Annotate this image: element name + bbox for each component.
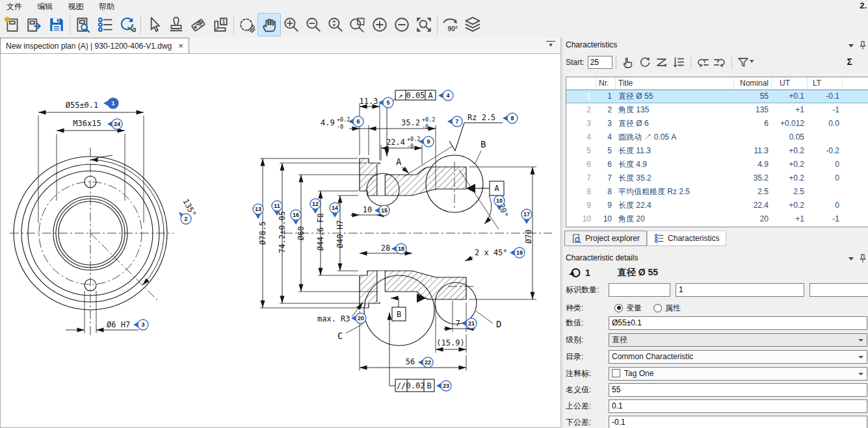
balloon-23[interactable]: 23 xyxy=(436,381,451,391)
balloon-21[interactable]: 21 xyxy=(462,318,477,329)
stamp-button[interactable] xyxy=(165,14,187,36)
table-row[interactable]: 1010角度 2020+1-1 xyxy=(566,212,868,226)
table-row[interactable]: 22角度 135135+1-1 xyxy=(566,103,868,117)
balloon-numbering-icon: 1 A xyxy=(212,16,229,33)
sort-button[interactable] xyxy=(670,55,687,70)
balloon-7[interactable]: 7 xyxy=(447,116,462,127)
svg-text:23: 23 xyxy=(443,383,449,389)
catalog-combo[interactable]: Common Characteristic xyxy=(609,350,867,364)
balloon-4[interactable]: 4 xyxy=(438,90,453,101)
col-ut[interactable]: UT xyxy=(772,77,808,90)
table-row[interactable]: 99长度 22.422.4+0.20 xyxy=(566,199,868,212)
table-row[interactable]: 44圆跳动 ↗ 0.05 A0.05 xyxy=(566,131,868,144)
table-row[interactable]: 66长度 4.94.9+0.20 xyxy=(566,158,868,171)
new-plan-button[interactable] xyxy=(1,14,23,36)
dim-dia55: Ø55±0.1 xyxy=(66,101,99,110)
pan-hand-button[interactable] xyxy=(258,14,280,36)
panel-menu-icon[interactable] xyxy=(848,44,854,47)
pin-icon[interactable] xyxy=(859,41,867,50)
radio-attribute[interactable] xyxy=(653,304,662,312)
balloon-8[interactable]: 8 xyxy=(503,113,518,123)
select-cursor-button[interactable] xyxy=(143,14,165,36)
drawing-canvas[interactable]: Ø55±0.1 M36x15 135° Ø6 H7 xyxy=(0,53,560,428)
tab-list-dropdown[interactable]: ▼ xyxy=(546,41,555,49)
front-view: Ø55±0.1 M36x15 135° Ø6 H7 xyxy=(10,101,198,336)
tag-button[interactable] xyxy=(187,14,209,36)
balloon-numbering-button[interactable]: 1 A xyxy=(209,14,231,36)
zoom-selected-button[interactable] xyxy=(324,14,347,36)
balloon-15[interactable]: 15 xyxy=(375,205,389,216)
balloon-9[interactable]: 9 xyxy=(419,136,434,147)
dim-10: 10 xyxy=(363,205,372,214)
filter-button[interactable] xyxy=(735,55,760,70)
col-lt[interactable]: LT xyxy=(808,77,843,90)
level-combo[interactable]: 直径 xyxy=(609,333,867,347)
table-row[interactable]: 11直径 Ø 5555+0.1-0.1 xyxy=(566,90,868,103)
table-row[interactable]: 88平均值粗糙度 Rz 2.52.52.5 xyxy=(566,185,868,199)
settings-sync-button[interactable] xyxy=(116,14,138,36)
decrease-button[interactable] xyxy=(391,14,413,36)
start-input[interactable] xyxy=(588,56,612,69)
balloon-5[interactable]: 5 xyxy=(378,97,393,108)
nominal-input[interactable] xyxy=(609,383,867,397)
table-row[interactable]: 33直径 Ø 66+0.0120.0 xyxy=(566,117,868,131)
col-nr[interactable]: Nr. xyxy=(596,77,616,90)
pick-characteristic-button[interactable] xyxy=(620,55,637,70)
balloon-22[interactable]: 22 xyxy=(418,357,433,368)
col-title[interactable]: Title xyxy=(616,77,734,90)
balloon-6[interactable]: 6 xyxy=(349,116,363,127)
balloon-13[interactable]: 13 xyxy=(253,204,263,219)
project-explorer-button[interactable] xyxy=(72,14,94,36)
tab-project-explorer[interactable]: Project explorer xyxy=(564,231,647,246)
value-input[interactable] xyxy=(609,316,867,330)
characteristics-table[interactable]: Nr. Title Nominal UT LT 11直径 Ø 5555+0.1-… xyxy=(566,77,868,227)
next-connection-button[interactable] xyxy=(711,55,728,70)
characteristics-list-button[interactable] xyxy=(94,14,116,36)
col-nominal[interactable]: Nominal xyxy=(734,77,772,90)
balloon-17[interactable]: 17 xyxy=(521,209,532,224)
table-row[interactable]: 77长度 35.235.2+0.20 xyxy=(566,171,868,185)
svg-text:8: 8 xyxy=(510,115,514,121)
tag-combo[interactable]: Tag One xyxy=(609,367,867,381)
layers-button[interactable] xyxy=(462,14,484,36)
zoom-window-button[interactable] xyxy=(347,14,369,36)
radio-variable[interactable] xyxy=(614,304,623,312)
id-qty-input-2[interactable] xyxy=(676,283,804,297)
renumber-button[interactable] xyxy=(637,55,653,70)
zoom-fit-button[interactable] xyxy=(413,14,435,36)
reorder-button[interactable] xyxy=(653,55,670,70)
tab-close-icon[interactable]: × xyxy=(178,41,183,51)
balloon-3[interactable]: 3 xyxy=(133,320,148,330)
id-qty-input-1[interactable] xyxy=(609,283,670,297)
rotate-90-button[interactable]: 90° xyxy=(440,14,462,36)
svg-text:B: B xyxy=(427,381,431,390)
previous-connection-button[interactable] xyxy=(694,55,711,70)
save-button[interactable] xyxy=(46,14,68,36)
datum-a: A xyxy=(466,181,504,195)
tab-characteristics[interactable]: Characteristics xyxy=(647,231,726,246)
balloon-14[interactable]: 14 xyxy=(330,203,340,218)
open-plan-button[interactable] xyxy=(23,14,46,36)
detail-title-row: 1 直径 Ø 55 xyxy=(568,266,658,279)
id-qty-input-3[interactable] xyxy=(809,283,868,297)
zoom-out-button[interactable] xyxy=(302,14,324,36)
detail-title: 直径 Ø 55 xyxy=(618,267,658,279)
balloon-18[interactable]: 18 xyxy=(391,244,406,254)
region-select-button[interactable] xyxy=(236,14,258,36)
increase-button[interactable] xyxy=(369,14,391,36)
balloon-24[interactable]: 24 xyxy=(107,119,122,129)
upper-tolerance-input[interactable] xyxy=(609,399,867,413)
zoom-in-button[interactable] xyxy=(280,14,302,36)
table-row[interactable]: 55长度 11.311.3+0.2-0.2 xyxy=(566,144,868,158)
sum-button[interactable]: Σ xyxy=(847,57,852,67)
balloon-19[interactable]: 19 xyxy=(510,247,525,258)
lower-tolerance-input[interactable] xyxy=(609,416,867,428)
balloon-12[interactable]: 12 xyxy=(310,199,321,214)
pan-hand-icon xyxy=(261,16,278,33)
document-tab[interactable]: New inspection plan (A) | 930-1200-406-V… xyxy=(0,38,189,53)
tag-checkbox[interactable] xyxy=(612,369,620,377)
details-pin-icon[interactable] xyxy=(859,254,867,263)
balloon-1[interactable]: 1 xyxy=(103,98,118,108)
balloon-16[interactable]: 16 xyxy=(291,210,301,225)
details-menu-icon[interactable] xyxy=(848,257,854,260)
